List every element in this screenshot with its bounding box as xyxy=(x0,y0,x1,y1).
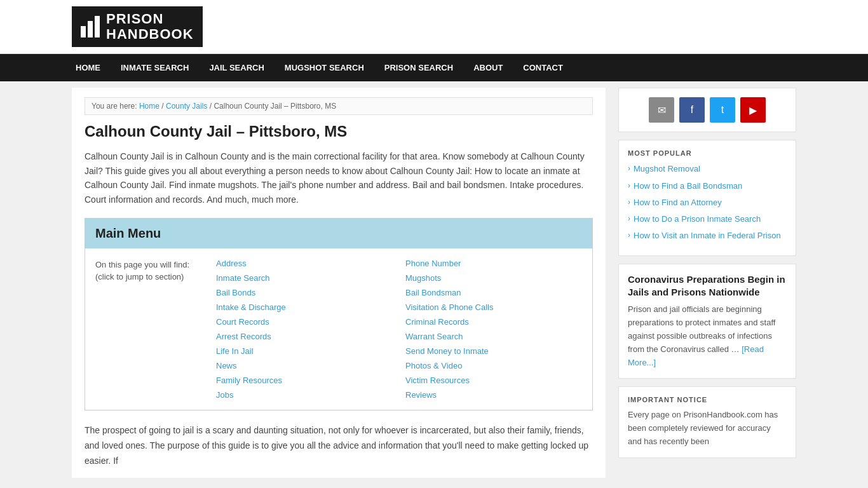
popular-item-1: › Mugshot Removal xyxy=(628,163,787,175)
menu-link-phone[interactable]: Phone Number xyxy=(405,259,582,268)
menu-link-news[interactable]: News xyxy=(216,361,393,370)
nav-inmate-search[interactable]: INMATE SEARCH xyxy=(111,54,199,81)
popular-arrow-icon: › xyxy=(628,181,630,190)
news-title: Coronavirus Preparations Begin in Jails … xyxy=(628,273,787,298)
popular-arrow-icon: › xyxy=(628,231,630,240)
header: PRISON HANDBOOK xyxy=(0,0,868,54)
nav-about[interactable]: ABOUT xyxy=(463,54,513,81)
menu-link-criminal[interactable]: Criminal Records xyxy=(405,317,582,327)
menu-link-victim[interactable]: Victim Resources xyxy=(405,376,582,385)
menu-link-reviews[interactable]: Reviews xyxy=(405,390,582,400)
menu-link-mugshots[interactable]: Mugshots xyxy=(405,273,582,283)
popular-link-mugshot[interactable]: Mugshot Removal xyxy=(634,163,700,175)
menu-link-warrant[interactable]: Warrant Search xyxy=(405,332,582,341)
menu-box-note: On this page you will find: (click to ju… xyxy=(95,259,210,400)
facebook-social-button[interactable]: f xyxy=(679,97,705,123)
news-text: Prison and jail officials are beginning … xyxy=(628,303,787,369)
menu-link-bail-bonds[interactable]: Bail Bonds xyxy=(216,288,393,297)
bottom-text: The prospect of going to jail is a scary… xyxy=(85,423,593,468)
popular-link-prison-search[interactable]: How to Do a Prison Inmate Search xyxy=(634,214,761,225)
popular-link-attorney[interactable]: How to Find an Attorney xyxy=(634,197,722,208)
important-notice-title: IMPORTANT NOTICE xyxy=(628,396,787,403)
sidebar: ✉ f t ▶ MOST POPULAR › Mugshot Removal ›… xyxy=(618,88,796,478)
menu-link-court[interactable]: Court Records xyxy=(216,317,393,327)
menu-link-family[interactable]: Family Resources xyxy=(216,376,393,385)
breadcrumb-home[interactable]: Home xyxy=(139,102,159,111)
menu-link-arrest[interactable]: Arrest Records xyxy=(216,332,393,341)
menu-box: Main Menu On this page you will find: (c… xyxy=(85,218,593,410)
navigation: HOME INMATE SEARCH JAIL SEARCH MUGSHOT S… xyxy=(0,54,868,81)
most-popular-section: MOST POPULAR › Mugshot Removal › How to … xyxy=(618,140,796,256)
menu-links: Address Phone Number Inmate Search Mugsh… xyxy=(216,259,582,400)
youtube-social-button[interactable]: ▶ xyxy=(740,97,766,123)
menu-box-header: Main Menu xyxy=(85,219,592,248)
social-icons-bar: ✉ f t ▶ xyxy=(618,88,796,132)
nav-home[interactable]: HOME xyxy=(65,54,111,81)
menu-link-intake[interactable]: Intake & Discharge xyxy=(216,302,393,312)
nav-mugshot-search[interactable]: MUGSHOT SEARCH xyxy=(275,54,374,81)
email-social-button[interactable]: ✉ xyxy=(649,97,674,123)
nav-jail-search[interactable]: JAIL SEARCH xyxy=(199,54,274,81)
popular-item-3: › How to Find an Attorney xyxy=(628,197,787,208)
logo-bar-1 xyxy=(81,26,86,37)
twitter-social-button[interactable]: t xyxy=(710,97,735,123)
page-title: Calhoun County Jail – Pittsboro, MS xyxy=(85,123,593,140)
menu-link-photos[interactable]: Photos & Video xyxy=(405,361,582,370)
menu-link-address[interactable]: Address xyxy=(216,259,393,268)
popular-arrow-icon: › xyxy=(628,214,630,223)
popular-item-5: › How to Visit an Inmate in Federal Pris… xyxy=(628,230,787,241)
popular-arrow-icon: › xyxy=(628,198,630,207)
breadcrumb-current: Calhoun County Jail – Pittsboro, MS xyxy=(214,102,336,111)
menu-link-life-in-jail[interactable]: Life In Jail xyxy=(216,346,393,356)
menu-link-inmate-search[interactable]: Inmate Search xyxy=(216,273,393,283)
logo-line2: HANDBOOK xyxy=(106,26,194,42)
logo[interactable]: PRISON HANDBOOK xyxy=(72,6,203,47)
logo-text: PRISON HANDBOOK xyxy=(106,11,194,42)
popular-item-4: › How to Do a Prison Inmate Search xyxy=(628,214,787,225)
most-popular-title: MOST POPULAR xyxy=(628,149,787,157)
popular-link-visit-inmate[interactable]: How to Visit an Inmate in Federal Prison xyxy=(634,230,781,241)
intro-text: Calhoun County Jail is in Calhoun County… xyxy=(85,149,593,207)
important-notice-text: Every page on PrisonHandbook.com has bee… xyxy=(628,409,787,448)
breadcrumb-county-jails[interactable]: County Jails xyxy=(166,102,207,111)
popular-item-2: › How to Find a Bail Bondsman xyxy=(628,180,787,192)
menu-link-jobs[interactable]: Jobs xyxy=(216,390,393,400)
nav-prison-search[interactable]: PRISON SEARCH xyxy=(374,54,463,81)
nav-contact[interactable]: CONTACT xyxy=(513,54,573,81)
logo-bars-icon xyxy=(81,16,100,37)
popular-link-bail-bondsman[interactable]: How to Find a Bail Bondsman xyxy=(634,180,742,192)
logo-bar-2 xyxy=(88,21,93,37)
menu-link-bail-bondsman[interactable]: Bail Bondsman xyxy=(405,288,582,297)
main-content: You are here: Home / County Jails / Calh… xyxy=(72,88,606,478)
popular-arrow-icon: › xyxy=(628,164,630,173)
menu-link-send-money[interactable]: Send Money to Inmate xyxy=(405,346,582,356)
logo-bar-3 xyxy=(95,16,100,37)
logo-line1: PRISON xyxy=(106,11,163,27)
breadcrumb-prefix: You are here: xyxy=(92,102,139,111)
news-box: Coronavirus Preparations Begin in Jails … xyxy=(618,264,796,379)
breadcrumb: You are here: Home / County Jails / Calh… xyxy=(85,97,593,115)
menu-link-visitation[interactable]: Visitation & Phone Calls xyxy=(405,302,582,312)
important-notice-section: IMPORTANT NOTICE Every page on PrisonHan… xyxy=(618,386,796,458)
